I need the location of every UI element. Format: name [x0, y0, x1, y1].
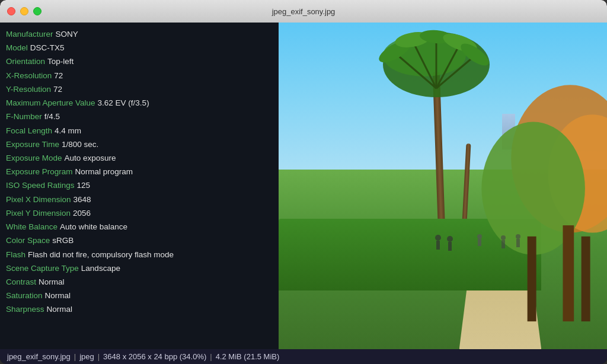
- svg-rect-25: [501, 240, 505, 248]
- exif-value: DSC-TX5: [30, 41, 65, 55]
- window-controls: [7, 7, 41, 15]
- exif-panel: Manufacturer SONYModel DSC-TX5Orientatio…: [0, 23, 279, 349]
- main-content: Manufacturer SONYModel DSC-TX5Orientatio…: [0, 23, 607, 349]
- exif-value: Auto white balance: [60, 220, 127, 234]
- titlebar: jpeg_exif_sony.jpg: [0, 0, 607, 23]
- svg-point-26: [516, 234, 520, 239]
- exif-label: Focal Length: [6, 124, 52, 138]
- exif-value: Auto exposure: [65, 151, 116, 165]
- exif-value: f/4.5: [44, 110, 60, 123]
- exif-label: Maximum Aperture Value: [6, 96, 95, 110]
- exif-label: Sharpness: [6, 302, 44, 316]
- exif-label: Scene Capture Type: [6, 261, 79, 275]
- svg-point-20: [447, 236, 453, 242]
- exif-label: Color Space: [6, 234, 50, 247]
- svg-point-22: [477, 234, 482, 239]
- exif-label: F-Number: [6, 110, 42, 123]
- exif-label: Exposure Program: [6, 165, 73, 178]
- exif-row: Pixel X Dimension 3648: [6, 193, 273, 206]
- exif-label: Saturation: [6, 289, 43, 302]
- exif-label: Manufacturer: [6, 27, 53, 41]
- exif-value: 2056: [73, 206, 91, 220]
- exif-value: sRGB: [52, 234, 74, 247]
- exif-row: Y-Resolution 72: [6, 82, 273, 96]
- exif-row: X-Resolution 72: [6, 69, 273, 82]
- exif-value: Normal program: [75, 165, 133, 178]
- exif-value: Normal: [47, 302, 73, 316]
- exif-row: Focal Length 4.4 mm: [6, 124, 273, 138]
- svg-rect-23: [478, 239, 481, 246]
- statusbar: jpeg_exif_sony.jpg | jpeg | 3648 x 2056 …: [0, 349, 607, 364]
- status-filesize: 4.2 MiB (21.5 MiB): [216, 352, 280, 361]
- svg-point-24: [501, 235, 506, 240]
- exif-row: Exposure Mode Auto exposure: [6, 151, 273, 165]
- exif-row: Exposure Program Normal program: [6, 165, 273, 178]
- exif-row: Saturation Normal: [6, 289, 273, 302]
- status-filename: jpeg_exif_sony.jpg: [7, 352, 71, 361]
- exif-row: Scene Capture Type Landscape: [6, 261, 273, 275]
- exif-row: Contrast Normal: [6, 275, 273, 289]
- exif-row: Manufacturer SONY: [6, 27, 273, 41]
- status-format: jpeg: [79, 352, 94, 361]
- exif-value: 125: [77, 178, 91, 192]
- exif-label: White Balance: [6, 220, 57, 234]
- svg-rect-19: [436, 241, 440, 250]
- exif-value: Flash did not fire, compulsory flash mod…: [28, 248, 174, 261]
- exif-row: F-Number f/4.5: [6, 110, 273, 123]
- exif-row: ISO Speed Ratings 125: [6, 178, 273, 192]
- exif-value: 1/800 sec.: [62, 138, 98, 151]
- exif-value: Top-left: [47, 55, 74, 68]
- exif-label: X-Resolution: [6, 69, 52, 82]
- status-dimensions: 3648 x 2056 x 24 bpp (34.0%): [103, 352, 206, 361]
- svg-rect-15: [563, 225, 574, 321]
- exif-value: Landscape: [81, 261, 120, 275]
- photo-area: [279, 23, 607, 349]
- exif-label: Contrast: [6, 275, 36, 289]
- exif-value: 72: [53, 82, 62, 96]
- exif-row: Flash Flash did not fire, compulsory fla…: [6, 248, 273, 261]
- exif-row: Model DSC-TX5: [6, 41, 273, 55]
- exif-label: Exposure Time: [6, 138, 59, 151]
- people: [426, 232, 533, 267]
- svg-point-18: [435, 235, 441, 241]
- svg-rect-21: [448, 242, 452, 251]
- exif-row: Color Space sRGB: [6, 234, 273, 247]
- exif-label: Model: [6, 41, 28, 55]
- close-button[interactable]: [7, 7, 15, 15]
- window-title: jpeg_exif_sony.jpg: [272, 7, 336, 16]
- exif-label: Pixel Y Dimension: [6, 206, 71, 220]
- svg-rect-27: [516, 239, 520, 247]
- exif-value: SONY: [56, 27, 78, 41]
- right-trees: [459, 72, 607, 349]
- exif-value: 3648: [74, 193, 91, 206]
- app-window: jpeg_exif_sony.jpg Manufacturer SONYMode…: [0, 0, 607, 364]
- exif-value: Normal: [39, 275, 65, 289]
- minimize-button[interactable]: [20, 7, 28, 15]
- maximize-button[interactable]: [33, 7, 41, 15]
- exif-value: 4.4 mm: [55, 124, 81, 138]
- exif-row: Orientation Top-left: [6, 55, 273, 68]
- exif-value: 72: [54, 69, 63, 82]
- photo-background: [279, 23, 607, 349]
- exif-row: Pixel Y Dimension 2056: [6, 206, 273, 220]
- exif-label: Exposure Mode: [6, 151, 62, 165]
- exif-label: Y-Resolution: [6, 82, 51, 96]
- exif-value: 3.62 EV (f/3.5): [98, 96, 149, 110]
- exif-row: Maximum Aperture Value 3.62 EV (f/3.5): [6, 96, 273, 110]
- exif-label: Orientation: [6, 55, 45, 68]
- exif-label: ISO Speed Ratings: [6, 178, 75, 192]
- exif-row: White Balance Auto white balance: [6, 220, 273, 234]
- exif-row: Sharpness Normal: [6, 302, 273, 316]
- exif-value: Normal: [45, 289, 71, 302]
- exif-row: Exposure Time 1/800 sec.: [6, 138, 273, 151]
- svg-rect-16: [581, 236, 590, 321]
- exif-label: Flash: [6, 248, 25, 261]
- exif-label: Pixel X Dimension: [6, 193, 71, 206]
